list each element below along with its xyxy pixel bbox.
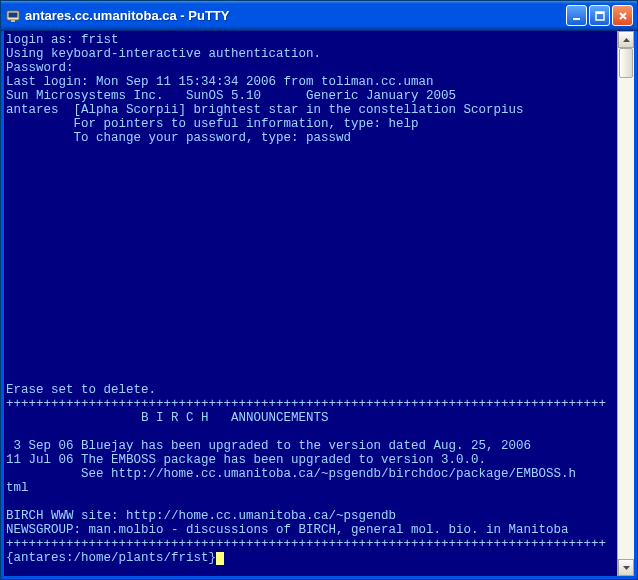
terminal-line xyxy=(6,355,617,369)
scroll-up-button[interactable] xyxy=(618,31,634,48)
terminal-line xyxy=(6,229,617,243)
svg-rect-2 xyxy=(11,20,15,22)
terminal-line: ++++++++++++++++++++++++++++++++++++++++… xyxy=(6,397,617,411)
app-window: antares.cc.umanitoba.ca - PuTTY login as… xyxy=(0,0,638,580)
terminal-line xyxy=(6,285,617,299)
terminal-line: B I R C H ANNOUNCEMENTS xyxy=(6,411,617,425)
scroll-track[interactable] xyxy=(618,48,634,559)
terminal-line: Last login: Mon Sep 11 15:34:34 2006 fro… xyxy=(6,75,617,89)
terminal-line: tml xyxy=(6,481,617,495)
terminal-line xyxy=(6,159,617,173)
terminal-line: For pointers to useful information, type… xyxy=(6,117,617,131)
terminal-line xyxy=(6,173,617,187)
svg-rect-1 xyxy=(9,12,18,17)
terminal-line xyxy=(6,327,617,341)
terminal-line: Password: xyxy=(6,61,617,75)
terminal-line: 11 Jul 06 The EMBOSS package has been up… xyxy=(6,453,617,467)
terminal-line: login as: frist xyxy=(6,33,617,47)
titlebar[interactable]: antares.cc.umanitoba.ca - PuTTY xyxy=(1,1,637,31)
terminal-line xyxy=(6,299,617,313)
terminal-line xyxy=(6,271,617,285)
terminal-prompt: {antares:/home/plants/frist} xyxy=(6,551,216,565)
terminal-line xyxy=(6,369,617,383)
minimize-button[interactable] xyxy=(566,5,587,26)
terminal-line xyxy=(6,243,617,257)
terminal-line: To change your password, type: passwd xyxy=(6,131,617,145)
terminal-line xyxy=(6,495,617,509)
terminal-line: ++++++++++++++++++++++++++++++++++++++++… xyxy=(6,537,617,551)
terminal-line: 3 Sep 06 Bluejay has been upgraded to th… xyxy=(6,439,617,453)
svg-rect-5 xyxy=(596,12,604,14)
terminal-line xyxy=(6,341,617,355)
maximize-button[interactable] xyxy=(589,5,610,26)
scroll-thumb[interactable] xyxy=(619,48,633,78)
window-controls xyxy=(566,5,633,26)
scrollbar xyxy=(617,31,634,576)
terminal-line xyxy=(6,425,617,439)
terminal-line xyxy=(6,257,617,271)
window-title: antares.cc.umanitoba.ca - PuTTY xyxy=(25,8,566,23)
terminal[interactable]: login as: fristUsing keyboard-interactiv… xyxy=(4,31,617,576)
terminal-line: BIRCH WWW site: http://home.cc.umanitoba… xyxy=(6,509,617,523)
terminal-line xyxy=(6,313,617,327)
terminal-line xyxy=(6,145,617,159)
terminal-prompt-line: {antares:/home/plants/frist} xyxy=(6,551,617,565)
terminal-line xyxy=(6,187,617,201)
client-area: login as: fristUsing keyboard-interactiv… xyxy=(1,31,637,579)
svg-rect-3 xyxy=(573,18,580,20)
close-button[interactable] xyxy=(612,5,633,26)
terminal-line: antares [Alpha Scorpii] brightest star i… xyxy=(6,103,617,117)
terminal-line xyxy=(6,215,617,229)
terminal-line: Sun Microsystems Inc. SunOS 5.10 Generic… xyxy=(6,89,617,103)
terminal-line xyxy=(6,201,617,215)
terminal-line: See http://home.cc.umanitoba.ca/~psgendb… xyxy=(6,467,617,481)
terminal-line: NEWSGROUP: man.molbio - discussions of B… xyxy=(6,523,617,537)
scroll-down-button[interactable] xyxy=(618,559,634,576)
terminal-line: Using keyboard-interactive authenticatio… xyxy=(6,47,617,61)
terminal-cursor xyxy=(216,552,224,565)
putty-icon xyxy=(5,8,21,24)
terminal-line: Erase set to delete. xyxy=(6,383,617,397)
